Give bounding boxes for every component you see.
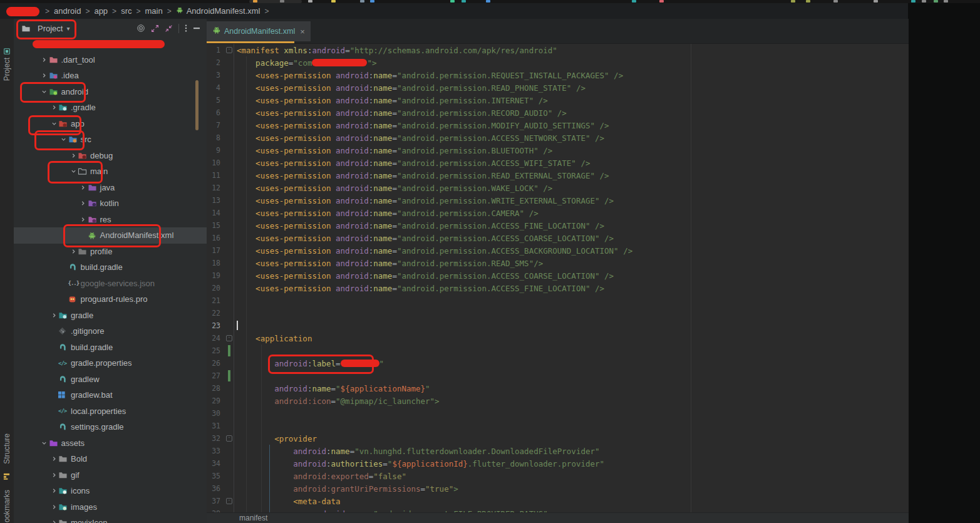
structure-icon[interactable]: [3, 471, 10, 482]
code-line-8[interactable]: 8 <uses-permission android:name="android…: [207, 132, 909, 144]
code-line-20[interactable]: 20 <uses-permission android:name="androi…: [207, 282, 909, 294]
collapse-all-icon[interactable]: [165, 24, 173, 33]
tree-item-profile[interactable]: profile: [14, 244, 207, 260]
tree-item-app[interactable]: app: [14, 116, 207, 132]
toolbar-icon-sliver[interactable]: [922, 0, 926, 3]
chevron-expanded-icon[interactable]: [69, 168, 78, 174]
code-line-3[interactable]: 3 <uses-permission android:name="android…: [207, 69, 909, 81]
chevron-collapsed-icon[interactable]: [69, 249, 78, 254]
code-line-23[interactable]: 23: [207, 319, 909, 332]
code-line-9[interactable]: 9 <uses-permission android:name="android…: [207, 144, 909, 157]
tree-item-gradle[interactable]: gradle: [14, 308, 207, 324]
chevron-collapsed-icon[interactable]: [49, 456, 58, 462]
tree-item-local.properties[interactable]: </>local.properties: [14, 403, 207, 420]
code-line-15[interactable]: 15 <uses-permission android:name="androi…: [207, 219, 909, 232]
chevron-collapsed-icon[interactable]: [69, 153, 78, 158]
code-line-34[interactable]: 34 android:authorities="${applicationId}…: [207, 457, 909, 470]
code-line-27[interactable]: 27: [207, 370, 909, 382]
toolbar-icon-sliver[interactable]: [360, 0, 364, 3]
toolbar-icon-sliver[interactable]: [833, 0, 838, 3]
tree-item-androidmanifest.xml[interactable]: AndroidManifest.xml: [14, 227, 207, 244]
code-line-22[interactable]: 22: [207, 307, 909, 319]
code-line-26[interactable]: 26 android:label=": [207, 357, 909, 370]
chevron-expanded-icon[interactable]: [30, 41, 39, 46]
toolbar-icon-sliver[interactable]: [450, 0, 455, 3]
breadcrumb-item-androidmanifest.xml[interactable]: AndroidManifest.xml: [176, 6, 260, 16]
tree-item-src[interactable]: src: [14, 132, 207, 148]
toolbar-icon-sliver[interactable]: [632, 0, 636, 3]
toolbar-icon-sliver[interactable]: [874, 0, 878, 3]
toolbar-icon-sliver[interactable]: [659, 0, 664, 3]
code-line-33[interactable]: 33 android:name="vn.hunghd.flutterdownlo…: [207, 445, 909, 457]
chevron-collapsed-icon[interactable]: [40, 57, 49, 63]
code-line-35[interactable]: 35 android:exported="false": [207, 470, 909, 482]
toolbar-icon-sliver[interactable]: [791, 0, 795, 3]
toolbar-icon-sliver[interactable]: [280, 0, 284, 3]
tree-item-main[interactable]: main: [14, 163, 207, 180]
toolbar-icon-sliver[interactable]: [462, 0, 466, 3]
tree-item-res[interactable]: res: [14, 212, 207, 228]
tree-item-settings.gradle[interactable]: settings.gradle: [14, 419, 207, 435]
code-line-10[interactable]: 10 <uses-permission android:name="androi…: [207, 157, 909, 169]
tab-androidmanifest[interactable]: AndroidManifest.xml ×: [207, 21, 311, 41]
breadcrumb-item-redacted[interactable]: [6, 7, 41, 16]
tree-item-.idea[interactable]: .idea: [14, 68, 207, 84]
tool-window-button-bookmarks[interactable]: Bookmarks: [3, 490, 11, 523]
tree-item-.dart-tool[interactable]: .dart_tool: [14, 52, 207, 68]
code-line-32[interactable]: 32- <provider: [207, 432, 909, 445]
code-line-1[interactable]: 1-<manifest xmlns:android="http://schema…: [207, 44, 909, 56]
chevron-expanded-icon[interactable]: [49, 121, 58, 127]
code-line-16[interactable]: 16 <uses-permission android:name="androi…: [207, 232, 909, 244]
chevron-collapsed-icon[interactable]: [40, 73, 49, 78]
code-line-21[interactable]: 21: [207, 294, 909, 307]
tree-item-gradle.properties[interactable]: </>gradle.properties: [14, 355, 207, 371]
tree-item-java[interactable]: java: [14, 180, 207, 196]
tree-item-bold[interactable]: Bold: [14, 451, 207, 467]
code-line-28[interactable]: 28 android:name="${applicationName}": [207, 382, 909, 395]
code-line-4[interactable]: 4 <uses-permission android:name="android…: [207, 81, 909, 94]
chevron-collapsed-icon[interactable]: [49, 488, 58, 494]
code-line-31[interactable]: 31: [207, 420, 909, 432]
tree-item-proguard-rules.pro[interactable]: proguard-rules.pro: [14, 291, 207, 308]
tree-item-gif[interactable]: gif: [14, 467, 207, 484]
chevron-collapsed-icon[interactable]: [49, 313, 58, 318]
tree-item-build.gradle[interactable]: build.gradle: [14, 339, 207, 356]
code-line-6[interactable]: 6 <uses-permission android:name="android…: [207, 106, 909, 119]
code-line-37[interactable]: 37- <meta-data: [207, 495, 909, 507]
code-line-24[interactable]: 24- <application: [207, 332, 909, 344]
close-icon[interactable]: ×: [300, 27, 305, 36]
chevron-expanded-icon[interactable]: [40, 440, 49, 446]
tree-item-gradlew[interactable]: gradlew: [14, 371, 207, 388]
locate-icon[interactable]: [137, 24, 145, 33]
tree-item-google-services.json[interactable]: {..}google-services.json: [14, 276, 207, 292]
hide-panel-icon[interactable]: [193, 24, 200, 32]
tree-item-images[interactable]: images: [14, 499, 207, 515]
chevron-collapsed-icon[interactable]: [49, 105, 58, 110]
chevron-expanded-icon[interactable]: [59, 137, 68, 142]
code-line-25[interactable]: 25: [207, 344, 909, 357]
code-line-19[interactable]: 19 <uses-permission android:name="androi…: [207, 269, 909, 282]
editor-breadcrumb-item[interactable]: manifest: [239, 514, 267, 522]
tree-item-android[interactable]: android: [14, 84, 207, 100]
project-scrollbar-thumb[interactable]: [195, 80, 199, 130]
breadcrumb-item-app[interactable]: app: [94, 6, 108, 16]
chevron-collapsed-icon[interactable]: [79, 217, 88, 222]
tree-item-movixicon[interactable]: movixIcon: [14, 515, 207, 523]
more-options-icon[interactable]: [185, 24, 187, 33]
chevron-collapsed-icon[interactable]: [49, 520, 58, 523]
code-line-30[interactable]: 30: [207, 407, 909, 420]
toolbar-icon-sliver[interactable]: [253, 0, 257, 3]
tree-item-project-root[interactable]: [14, 36, 207, 52]
chevron-collapsed-icon[interactable]: [79, 200, 88, 206]
chevron-collapsed-icon[interactable]: [49, 504, 58, 510]
code-line-7[interactable]: 7 <uses-permission android:name="android…: [207, 119, 909, 132]
chevron-collapsed-icon[interactable]: [79, 185, 88, 190]
toolbar-icon-sliver[interactable]: [486, 0, 490, 3]
fold-marker-icon[interactable]: -: [226, 335, 232, 341]
code-line-5[interactable]: 5 <uses-permission android:name="android…: [207, 94, 909, 106]
tree-item-.gitignore[interactable]: .gitignore: [14, 323, 207, 339]
code-line-29[interactable]: 29 android:icon="@mipmap/ic_launcher">: [207, 395, 909, 407]
toolbar-icon-sliver[interactable]: [934, 0, 938, 3]
fold-marker-icon[interactable]: -: [226, 498, 232, 504]
code-line-18[interactable]: 18 <uses-permission android:name="androi…: [207, 257, 909, 269]
